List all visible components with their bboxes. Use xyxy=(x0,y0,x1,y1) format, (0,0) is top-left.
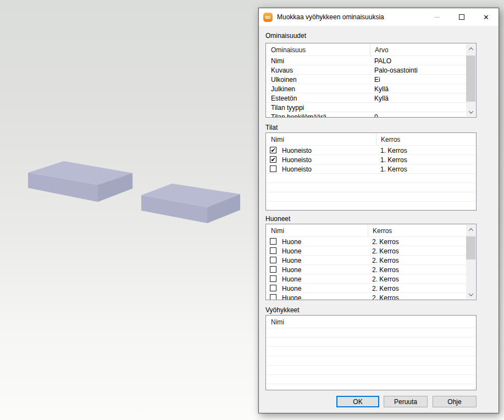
table-row[interactable]: Huoneisto1. Kerros xyxy=(267,164,475,174)
rooms-table[interactable]: NimiKerrosHuone2. KerrosHuone2. KerrosHu… xyxy=(265,224,477,300)
row-name: Huone xyxy=(282,246,301,256)
table-row[interactable]: Huone2. Kerros xyxy=(267,237,475,246)
column-header[interactable]: Nimi xyxy=(267,316,464,328)
property-name: Tilan tyyppi xyxy=(267,103,370,112)
spaces-section-label: Tilat xyxy=(265,124,278,131)
property-value: PALO xyxy=(370,56,466,65)
column-header[interactable]: Nimi xyxy=(267,225,368,237)
dialog-titlebar[interactable]: BD Muokkaa vyöhykkeen ominaisuuksia ✕ xyxy=(259,8,499,26)
checkbox-checked-icon[interactable]: ✔ xyxy=(270,147,276,153)
column-header[interactable]: Kerros xyxy=(368,225,466,237)
ok-button[interactable]: OK xyxy=(336,396,379,407)
empty-row xyxy=(267,328,475,338)
checkbox-unchecked-icon[interactable] xyxy=(270,257,276,263)
scrollbar-thumb[interactable] xyxy=(466,236,475,259)
table-row[interactable]: KuvausPalo-osastointi xyxy=(267,65,475,75)
table-row[interactable]: Huone2. Kerros xyxy=(267,274,475,284)
empty-row xyxy=(267,347,475,356)
table-row[interactable]: NimiPALO xyxy=(267,56,475,65)
maximize-button[interactable] xyxy=(449,8,474,26)
table-row[interactable]: JulkinenKyllä xyxy=(267,84,475,93)
scroll-down-icon[interactable] xyxy=(466,290,475,299)
checkbox-unchecked-icon[interactable] xyxy=(270,275,276,282)
minimize-icon xyxy=(434,17,440,18)
checkbox-unchecked-icon[interactable] xyxy=(270,266,276,273)
empty-row xyxy=(267,366,475,375)
properties-section-label: Ominaisuudet xyxy=(265,32,306,40)
row-floor: 1. Kerros xyxy=(376,146,475,155)
properties-table[interactable]: OminaisuusArvoNimiPALOKuvausPalo-osastoi… xyxy=(265,43,477,118)
zone-box-left[interactable] xyxy=(28,161,132,202)
zone-box-right[interactable] xyxy=(141,184,240,223)
cancel-button[interactable]: Peruuta xyxy=(384,396,428,407)
help-button[interactable]: Ohje xyxy=(433,396,477,407)
scroll-up-icon[interactable] xyxy=(466,225,475,234)
checkbox-unchecked-icon[interactable] xyxy=(270,247,276,254)
table-row[interactable]: Huone2. Kerros xyxy=(267,293,475,300)
vertical-scrollbar[interactable] xyxy=(466,225,475,299)
empty-row xyxy=(267,192,475,202)
table-header: Nimi xyxy=(267,316,475,328)
empty-row xyxy=(267,183,475,192)
row-name: Huone xyxy=(282,256,301,265)
row-name: Huoneisto xyxy=(282,146,312,155)
table-row[interactable]: Huone2. Kerros xyxy=(267,265,475,274)
column-header[interactable]: Nimi xyxy=(267,134,376,146)
spaces-table[interactable]: NimiKerros✔Huoneisto1. Kerros✔Huoneisto1… xyxy=(265,132,477,211)
checkbox-unchecked-icon[interactable] xyxy=(270,238,276,245)
table-row[interactable]: ✔Huoneisto1. Kerros xyxy=(267,155,475,164)
table-row[interactable]: Huone2. Kerros xyxy=(267,284,475,293)
property-value: Ei xyxy=(370,75,466,84)
edit-zone-properties-dialog: BD Muokkaa vyöhykkeen ominaisuuksia ✕ Om… xyxy=(258,8,499,413)
row-name: Huone xyxy=(282,274,301,284)
zones-table[interactable]: Nimi xyxy=(265,315,477,390)
column-header[interactable]: Kerros xyxy=(376,134,475,146)
column-header[interactable]: Ominaisuus xyxy=(267,44,370,56)
table-row[interactable]: Huone2. Kerros xyxy=(267,256,475,265)
scroll-down-icon[interactable] xyxy=(466,107,475,117)
empty-row xyxy=(267,384,475,390)
checkbox-unchecked-icon[interactable] xyxy=(270,294,276,300)
row-floor: 2. Kerros xyxy=(368,293,466,300)
empty-row xyxy=(267,338,475,347)
table-row[interactable]: UlkoinenEi xyxy=(267,75,475,84)
checkbox-unchecked-icon[interactable] xyxy=(270,165,276,172)
row-name: Huone xyxy=(282,293,301,300)
scroll-up-icon[interactable] xyxy=(466,44,475,53)
table-header: NimiKerros xyxy=(267,225,475,237)
row-name: Huone xyxy=(282,237,301,246)
empty-row xyxy=(267,174,475,183)
minimize-button xyxy=(424,8,449,26)
column-header[interactable]: Arvo xyxy=(370,44,466,56)
property-value: Kyllä xyxy=(370,84,466,93)
app-logo-icon: BD xyxy=(263,13,273,22)
3d-viewport[interactable] xyxy=(16,154,258,231)
property-name: Tilan henkilömäärä xyxy=(267,112,370,118)
table-header: NimiKerros xyxy=(267,134,475,146)
row-floor: 2. Kerros xyxy=(368,265,466,274)
property-name: Ulkoinen xyxy=(267,75,370,84)
row-floor: 2. Kerros xyxy=(368,274,466,284)
close-button[interactable]: ✕ xyxy=(474,8,499,26)
vertical-scrollbar[interactable] xyxy=(466,44,475,117)
rooms-section-label: Huoneet xyxy=(265,215,290,223)
property-value xyxy=(370,103,466,112)
table-row[interactable]: EsteetönKyllä xyxy=(267,93,475,103)
row-floor: 1. Kerros xyxy=(376,155,475,164)
table-row[interactable]: Huone2. Kerros xyxy=(267,246,475,256)
property-value: Kyllä xyxy=(370,93,466,103)
scrollbar-thumb[interactable] xyxy=(466,56,475,102)
table-row[interactable]: ✔Huoneisto1. Kerros xyxy=(267,146,475,155)
maximize-icon xyxy=(459,14,464,20)
row-name: Huoneisto xyxy=(282,155,312,164)
property-name: Kuvaus xyxy=(267,65,370,75)
checkbox-checked-icon[interactable]: ✔ xyxy=(270,156,276,163)
checkbox-unchecked-icon[interactable] xyxy=(270,285,276,291)
empty-row xyxy=(267,375,475,384)
zones-section-label: Vyöhykkeet xyxy=(265,306,300,314)
property-name: Julkinen xyxy=(267,84,370,93)
row-name: Huoneisto xyxy=(282,164,312,174)
table-row[interactable]: Tilan tyyppi xyxy=(267,103,475,112)
table-row[interactable]: Tilan henkilömäärä0 xyxy=(267,112,475,118)
property-value: Palo-osastointi xyxy=(370,65,466,75)
